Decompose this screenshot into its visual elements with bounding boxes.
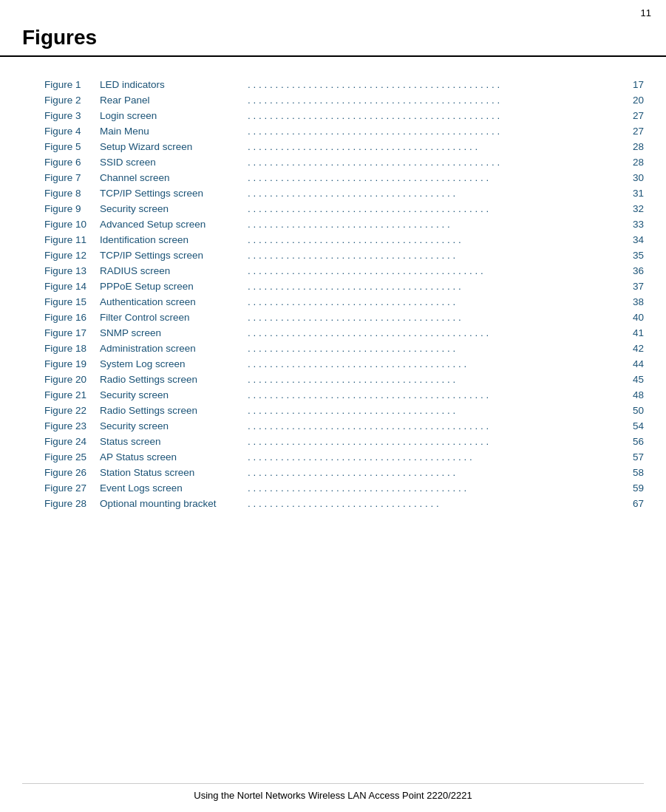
figure-name: LED indicators (100, 79, 248, 90)
figure-dots: . . . . . . . . . . . . . . . . . . . . … (248, 188, 622, 199)
list-item[interactable]: Figure 1LED indicators . . . . . . . . .… (44, 79, 644, 90)
figure-name: PPPoE Setup screen (100, 281, 248, 292)
list-item[interactable]: Figure 20Radio Settings screen . . . . .… (44, 374, 644, 385)
figure-page-number: 45 (622, 374, 644, 385)
figure-name: TCP/IP Settings screen (100, 188, 248, 199)
list-item[interactable]: Figure 7Channel screen . . . . . . . . .… (44, 172, 644, 183)
figure-page-number: 33 (622, 219, 644, 230)
figure-page-number: 34 (622, 234, 644, 245)
figure-page-number: 27 (622, 126, 644, 137)
figure-name: TCP/IP Settings screen (100, 250, 248, 261)
figure-dots: . . . . . . . . . . . . . . . . . . . . … (248, 157, 622, 168)
figure-name: Identification screen (100, 234, 248, 245)
figure-page-number: 28 (622, 157, 644, 168)
list-item[interactable]: Figure 16Filter Control screen . . . . .… (44, 312, 644, 323)
list-item[interactable]: Figure 9Security screen . . . . . . . . … (44, 203, 644, 214)
footer-text: Using the Nortel Networks Wireless LAN A… (22, 783, 644, 801)
list-item[interactable]: Figure 3Login screen . . . . . . . . . .… (44, 110, 644, 121)
figure-page-number: 20 (622, 95, 644, 106)
figure-name: Event Logs screen (100, 482, 248, 494)
figure-label: Figure 14 (44, 281, 100, 292)
figure-name: Authentication screen (100, 296, 248, 307)
figure-dots: . . . . . . . . . . . . . . . . . . . . … (248, 374, 622, 385)
figure-label: Figure 13 (44, 265, 100, 276)
list-item[interactable]: Figure 15Authentication screen . . . . .… (44, 296, 644, 307)
figure-label: Figure 19 (44, 358, 100, 369)
figure-dots: . . . . . . . . . . . . . . . . . . . . … (248, 405, 622, 416)
figure-label: Figure 20 (44, 374, 100, 385)
figure-name: Main Menu (100, 126, 248, 137)
figure-dots: . . . . . . . . . . . . . . . . . . . . … (248, 498, 622, 509)
figure-label: Figure 27 (44, 482, 100, 494)
figure-dots: . . . . . . . . . . . . . . . . . . . . … (248, 234, 622, 245)
figure-dots: . . . . . . . . . . . . . . . . . . . . … (248, 250, 622, 261)
list-item[interactable]: Figure 17SNMP screen . . . . . . . . . .… (44, 327, 644, 338)
figure-label: Figure 5 (44, 141, 100, 152)
figure-page-number: 27 (622, 110, 644, 121)
figure-dots: . . . . . . . . . . . . . . . . . . . . … (248, 420, 622, 431)
figure-label: Figure 18 (44, 343, 100, 354)
figure-page-number: 40 (622, 312, 644, 323)
figure-name: Radio Settings screen (100, 374, 248, 385)
list-item[interactable]: Figure 22Radio Settings screen . . . . .… (44, 405, 644, 416)
figure-name: RADIUS screen (100, 265, 248, 276)
figure-dots: . . . . . . . . . . . . . . . . . . . . … (248, 281, 622, 292)
figure-name: Administration screen (100, 343, 248, 354)
figure-label: Figure 9 (44, 203, 100, 214)
figure-label: Figure 12 (44, 250, 100, 261)
figure-label: Figure 10 (44, 219, 100, 230)
list-item[interactable]: Figure 26Station Status screen . . . . .… (44, 467, 644, 478)
figure-page-number: 31 (622, 188, 644, 199)
list-item[interactable]: Figure 4Main Menu . . . . . . . . . . . … (44, 126, 644, 137)
figure-label: Figure 22 (44, 405, 100, 416)
figure-page-number: 57 (622, 451, 644, 463)
list-item[interactable]: Figure 14PPPoE Setup screen . . . . . . … (44, 281, 644, 292)
list-item[interactable]: Figure 23Security screen . . . . . . . .… (44, 420, 644, 431)
list-item[interactable]: Figure 18Administration screen . . . . .… (44, 343, 644, 354)
figure-label: Figure 26 (44, 467, 100, 478)
figure-name: Advanced Setup screen (100, 219, 248, 230)
list-item[interactable]: Figure 5Setup Wizard screen . . . . . . … (44, 141, 644, 152)
list-item[interactable]: Figure 2Rear Panel . . . . . . . . . . .… (44, 95, 644, 106)
figure-dots: . . . . . . . . . . . . . . . . . . . . … (248, 141, 622, 152)
list-item[interactable]: Figure 6SSID screen . . . . . . . . . . … (44, 157, 644, 168)
list-item[interactable]: Figure 10Advanced Setup screen . . . . .… (44, 219, 644, 230)
figure-page-number: 32 (622, 203, 644, 214)
figure-name: Station Status screen (100, 467, 248, 478)
figure-name: Security screen (100, 389, 248, 400)
figure-name: System Log screen (100, 358, 248, 369)
figure-name: Channel screen (100, 172, 248, 183)
figure-dots: . . . . . . . . . . . . . . . . . . . . … (248, 203, 622, 214)
list-item[interactable]: Figure 24Status screen . . . . . . . . .… (44, 436, 644, 447)
figure-dots: . . . . . . . . . . . . . . . . . . . . … (248, 126, 622, 137)
list-item[interactable]: Figure 21Security screen . . . . . . . .… (44, 389, 644, 400)
figure-label: Figure 15 (44, 296, 100, 307)
figure-name: SNMP screen (100, 327, 248, 338)
list-item[interactable]: Figure 27Event Logs screen . . . . . . .… (44, 482, 644, 494)
figure-page-number: 36 (622, 265, 644, 276)
figure-label: Figure 2 (44, 95, 100, 106)
figure-page-number: 35 (622, 250, 644, 261)
figure-page-number: 48 (622, 389, 644, 400)
figure-name: Setup Wizard screen (100, 141, 248, 152)
figure-page-number: 37 (622, 281, 644, 292)
list-item[interactable]: Figure 8TCP/IP Settings screen . . . . .… (44, 188, 644, 199)
figure-dots: . . . . . . . . . . . . . . . . . . . . … (248, 95, 622, 106)
figure-page-number: 17 (622, 79, 644, 90)
figure-dots: . . . . . . . . . . . . . . . . . . . . … (248, 451, 622, 463)
list-item[interactable]: Figure 19System Log screen . . . . . . .… (44, 358, 644, 369)
list-item[interactable]: Figure 13RADIUS screen . . . . . . . . .… (44, 265, 644, 276)
list-item[interactable]: Figure 25AP Status screen . . . . . . . … (44, 451, 644, 463)
list-item[interactable]: Figure 11Identification screen . . . . .… (44, 234, 644, 245)
figure-label: Figure 4 (44, 126, 100, 137)
list-item[interactable]: Figure 12TCP/IP Settings screen . . . . … (44, 250, 644, 261)
figure-page-number: 67 (622, 498, 644, 509)
figure-page-number: 54 (622, 420, 644, 431)
figure-page-number: 58 (622, 467, 644, 478)
figure-dots: . . . . . . . . . . . . . . . . . . . . … (248, 343, 622, 354)
figure-label: Figure 8 (44, 188, 100, 199)
figure-dots: . . . . . . . . . . . . . . . . . . . . … (248, 110, 622, 121)
figure-dots: . . . . . . . . . . . . . . . . . . . . … (248, 312, 622, 323)
figure-label: Figure 6 (44, 157, 100, 168)
list-item[interactable]: Figure 28Optional mounting bracket . . .… (44, 498, 644, 509)
